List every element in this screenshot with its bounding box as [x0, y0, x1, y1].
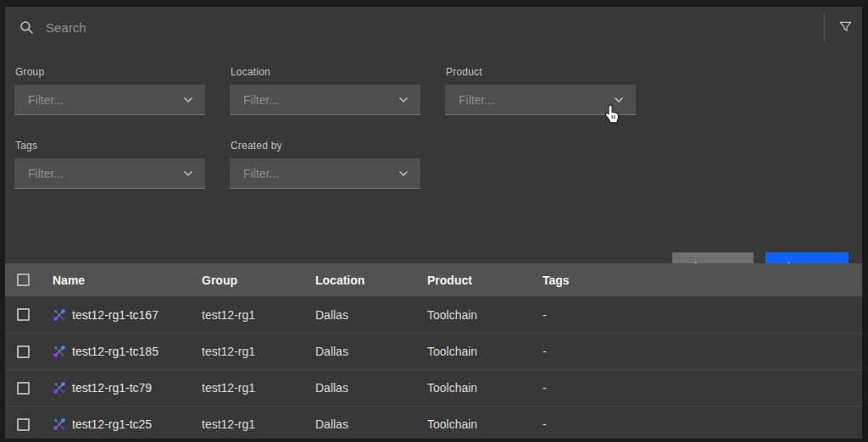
filter-field-location: Location Filter...: [230, 66, 420, 115]
filter-field-label: Group: [15, 66, 205, 78]
resource-location: Dallas: [315, 417, 427, 431]
filter-panel: Group Filter... Location Filter... Produ…: [5, 47, 862, 263]
table-row[interactable]: test12-rg1-tc25 test12-rg1 Dallas Toolch…: [5, 406, 862, 439]
resource-location: Dallas: [315, 308, 427, 322]
filter-funnel-icon: [839, 21, 852, 34]
row-checkbox[interactable]: [17, 308, 30, 321]
resource-location: Dallas: [315, 345, 427, 358]
filter-dropdown[interactable]: Filter...: [230, 158, 420, 189]
filter-field-label: Created by: [231, 140, 420, 152]
row-checkbox[interactable]: [17, 345, 30, 358]
filter-dropdown[interactable]: Filter...: [445, 85, 636, 115]
resource-name[interactable]: test12-rg1-tc79: [72, 381, 152, 395]
resource-group: test12-rg1: [202, 345, 315, 358]
filter-field-label: Product: [446, 66, 636, 78]
select-all-checkbox[interactable]: [17, 273, 30, 286]
column-header-product[interactable]: Product: [427, 273, 542, 287]
resource-location: Dallas: [315, 381, 427, 395]
resource-name[interactable]: test12-rg1-tc185: [72, 345, 159, 358]
toolchain-icon: [53, 345, 66, 358]
filter-toggle-button[interactable]: [829, 7, 862, 47]
filter-field-label: Tags: [15, 140, 205, 152]
filter-field-tags: Tags Filter...: [14, 140, 205, 189]
toolchain-icon: [53, 417, 66, 431]
row-checkbox[interactable]: [17, 382, 30, 395]
resource-group: test12-rg1: [202, 381, 315, 395]
filter-fields: Group Filter... Location Filter... Produ…: [14, 66, 862, 189]
filter-field-product: Product Filter...: [445, 66, 636, 115]
dropdown-placeholder: Filter...: [243, 93, 279, 107]
resource-tags: -: [542, 308, 862, 322]
column-header-location[interactable]: Location: [315, 273, 427, 287]
dropdown-placeholder: Filter...: [28, 93, 64, 107]
resource-name[interactable]: test12-rg1-tc25: [72, 417, 152, 431]
table-row[interactable]: test12-rg1-tc167 test12-rg1 Dallas Toolc…: [5, 296, 862, 333]
resource-product: Toolchain: [427, 381, 542, 395]
resource-product: Toolchain: [427, 308, 542, 322]
toolchain-icon: [53, 381, 66, 395]
resource-group: test12-rg1: [202, 417, 315, 431]
column-header-group[interactable]: Group: [202, 273, 315, 287]
resource-product: Toolchain: [427, 417, 542, 431]
search-bar: [5, 7, 862, 47]
table-body: test12-rg1-tc167 test12-rg1 Dallas Toolc…: [5, 296, 862, 439]
chevron-down-icon: [614, 97, 624, 103]
filter-field-created-by: Created by Filter...: [230, 140, 420, 189]
filter-field-group: Group Filter...: [14, 66, 205, 115]
dropdown-placeholder: Filter...: [28, 167, 64, 180]
table-row[interactable]: test12-rg1-tc79 test12-rg1 Dallas Toolch…: [5, 369, 862, 406]
dropdown-placeholder: Filter...: [459, 93, 494, 107]
chevron-down-icon: [183, 170, 193, 177]
search-icon: [19, 20, 34, 35]
chevron-down-icon: [183, 97, 193, 103]
resource-product: Toolchain: [427, 345, 542, 358]
column-header-name[interactable]: Name: [53, 273, 202, 287]
table-row[interactable]: test12-rg1-tc185 test12-rg1 Dallas Toolc…: [5, 333, 862, 369]
filter-dropdown[interactable]: Filter...: [230, 85, 420, 115]
chevron-down-icon: [398, 97, 409, 103]
filter-dropdown[interactable]: Filter...: [14, 85, 205, 115]
filter-modal: Group Filter... Location Filter... Produ…: [5, 7, 862, 439]
column-header-tags[interactable]: Tags: [542, 273, 862, 287]
row-checkbox[interactable]: [17, 418, 30, 431]
filter-field-label: Location: [231, 66, 420, 78]
toolchain-icon: [53, 308, 66, 322]
toolbar-divider: [824, 13, 825, 42]
resource-name[interactable]: test12-rg1-tc167: [72, 308, 159, 322]
resource-tags: -: [542, 381, 862, 395]
dropdown-placeholder: Filter...: [243, 167, 279, 180]
table-header-row: Name Group Location Product Tags: [5, 263, 862, 296]
filter-dropdown[interactable]: Filter...: [14, 158, 205, 189]
chevron-down-icon: [398, 170, 409, 177]
resource-tags: -: [542, 417, 862, 431]
resource-tags: -: [542, 345, 862, 358]
search-input[interactable]: [46, 20, 639, 35]
resources-table: Name Group Location Product Tags test12-…: [5, 263, 862, 439]
resource-group: test12-rg1: [202, 308, 315, 322]
